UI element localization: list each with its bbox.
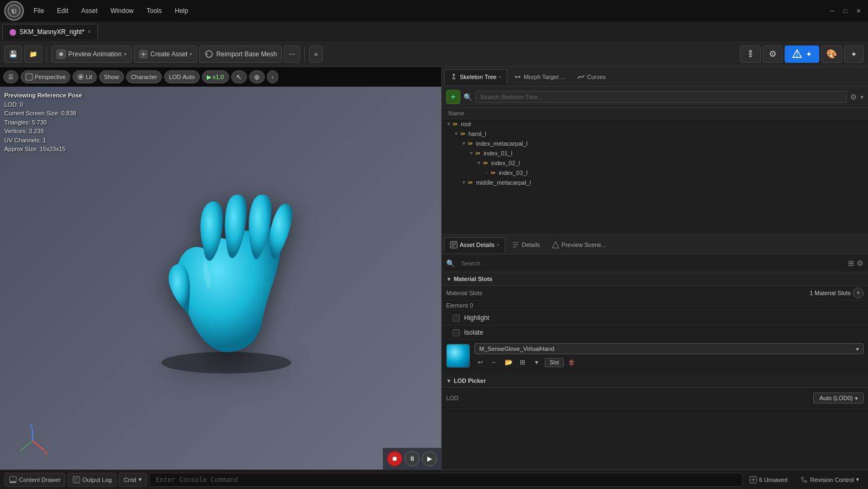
settings-icon-button[interactable]: ⚙ xyxy=(763,45,782,63)
menu-edit[interactable]: Edit xyxy=(51,5,74,17)
menu-tools[interactable]: Tools xyxy=(141,5,167,17)
more-options-button[interactable]: ⋯ xyxy=(284,45,300,63)
info-line-5: Vertices: 3.239 xyxy=(4,127,82,136)
table-view-icon[interactable]: ⊞ xyxy=(848,259,854,268)
bone-hand-l[interactable]: ▼ hand_l xyxy=(442,129,868,139)
record-button[interactable]: ⏺ xyxy=(387,451,402,466)
more-actions-chevron[interactable]: ▾ xyxy=(531,356,543,368)
minimize-button[interactable]: ─ xyxy=(827,5,838,16)
cmd-button[interactable]: Cmd ▾ xyxy=(119,473,146,487)
maximize-button[interactable]: □ xyxy=(840,5,851,16)
viewport-content[interactable]: Previewing Reference Pose LOD: 0 Current… xyxy=(0,87,441,470)
tab-skeleton-tree[interactable]: Skeleton Tree × xyxy=(444,69,507,84)
tab-skm-mannyrx[interactable]: ⬤ SKM_MannyXR_right* × xyxy=(2,24,98,39)
material-slots-header[interactable]: ▼ Material Slots xyxy=(442,272,868,286)
extend-button[interactable]: » xyxy=(309,45,323,63)
skeleton-search-input[interactable] xyxy=(475,91,847,103)
preview-animation-button[interactable]: Preview Animation ▾ xyxy=(51,45,132,63)
menu-bar: File Edit Asset Window Tools Help xyxy=(28,5,823,17)
content-drawer-button[interactable]: Content Drawer xyxy=(4,473,66,487)
character-button[interactable]: Character xyxy=(126,70,162,83)
bone-root-label: root xyxy=(461,121,471,127)
tab-curves[interactable]: Curves xyxy=(572,69,611,84)
curves-tab-label: Curves xyxy=(587,74,606,80)
material-name: M_SenseGlove_VirtualHand xyxy=(479,345,554,352)
bone-root[interactable]: ▼ root xyxy=(442,119,868,129)
lit-button[interactable]: Lit xyxy=(73,70,97,83)
revision-control-icon xyxy=(800,476,808,484)
perspective-button[interactable]: Perspective xyxy=(21,70,70,83)
asset-settings-icon[interactable]: ⚙ xyxy=(857,259,864,268)
hamburger-menu-button[interactable]: ☰ xyxy=(3,70,18,83)
crosshair-button[interactable]: ⊕ xyxy=(249,70,265,83)
bone-index-01[interactable]: ▼ index_01_l xyxy=(442,148,868,158)
lod-picker-arrow-icon: ▼ xyxy=(446,378,452,384)
show-button[interactable]: Show xyxy=(99,70,124,83)
svg-text:X: X xyxy=(44,450,48,455)
material-dropdown[interactable]: M_SenseGlove_VirtualHand ▾ xyxy=(474,343,864,354)
close-button[interactable]: ✕ xyxy=(853,5,864,16)
asset-search-input[interactable] xyxy=(457,258,846,269)
edit-star-button[interactable]: ✦ xyxy=(844,45,864,63)
lod-button[interactable]: LOD Auto xyxy=(164,70,200,83)
save-button[interactable]: 💾 xyxy=(4,45,22,63)
lod-dropdown[interactable]: Auto (LOD0) ▾ xyxy=(813,393,864,403)
bone-index-02[interactable]: ▼ index_02_l xyxy=(442,158,868,168)
search-icon: 🔍 xyxy=(464,93,472,101)
browse-button[interactable]: 📁 xyxy=(24,45,42,63)
lod-picker-header[interactable]: ▼ LOD Picker xyxy=(442,374,868,388)
isolate-checkbox[interactable] xyxy=(453,329,460,336)
use-asset-button[interactable]: ⊞ xyxy=(517,356,528,368)
highlight-checkbox[interactable] xyxy=(453,315,460,322)
index-01-arrow-icon: ▼ xyxy=(469,151,474,156)
play-button[interactable]: ▶ x1,0 xyxy=(202,70,229,83)
forward-button[interactable]: ▶ xyxy=(422,451,437,466)
skeleton-tree-tab-label: Skeleton Tree xyxy=(460,74,497,80)
svg-point-12 xyxy=(161,351,291,373)
bone-index-metacarpal[interactable]: ▼ index_metacarpal_l xyxy=(442,139,868,148)
browse-asset-button[interactable]: 📂 xyxy=(502,356,514,368)
asset-details-panel: Asset Details × Details Preview Scene... xyxy=(442,235,868,470)
skeleton-tree-close-button[interactable]: × xyxy=(499,74,501,80)
more-icon: ⋯ xyxy=(289,50,295,58)
paint-icon-button[interactable]: 🎨 xyxy=(821,45,842,63)
bone-index-03[interactable]: ▼ index_03_l xyxy=(442,168,868,178)
revision-control-button[interactable]: Revision Control ▾ xyxy=(796,474,864,486)
mesh-icon-button[interactable]: ✦ xyxy=(785,45,819,63)
bone-icon-index-meta xyxy=(467,140,474,147)
add-slot-button[interactable]: + xyxy=(853,288,864,298)
revision-control-label: Revision Control xyxy=(810,477,854,483)
skeleton-chevron-icon[interactable]: ▾ xyxy=(860,94,864,101)
create-asset-button[interactable]: Create Asset ▾ xyxy=(134,45,198,63)
reimport-button[interactable]: Reimport Base Mesh xyxy=(199,45,282,63)
skeleton-icon-button[interactable] xyxy=(740,45,761,63)
tab-preview-scene[interactable]: Preview Scene... xyxy=(546,237,612,252)
menu-file[interactable]: File xyxy=(28,5,49,17)
navigate-back-button[interactable]: ← xyxy=(488,356,500,368)
menu-help[interactable]: Help xyxy=(169,5,194,17)
title-bar: U File Edit Asset Window Tools Help ─ □ … xyxy=(0,0,868,22)
slot-button[interactable]: Slot xyxy=(545,358,564,367)
unsaved-button[interactable]: 6 Unsaved xyxy=(745,474,792,486)
delete-slot-button[interactable]: 🗑 xyxy=(566,356,578,368)
settings-icon: ⚙ xyxy=(769,49,776,59)
asset-details-close-button[interactable]: × xyxy=(497,242,499,247)
ue-logo: U xyxy=(4,1,24,21)
menu-window[interactable]: Window xyxy=(105,5,139,17)
output-log-button[interactable]: Output Log xyxy=(68,473,116,487)
preview-scene-icon xyxy=(552,241,559,249)
add-bone-button[interactable]: + xyxy=(446,90,460,104)
pause-button[interactable]: ⏸ xyxy=(404,451,420,466)
more-viewport-button[interactable]: › xyxy=(267,70,279,83)
undo-button[interactable]: ↩ xyxy=(474,356,486,368)
tab-close-button[interactable]: × xyxy=(88,29,91,35)
tab-morph-target[interactable]: Morph Target ... xyxy=(508,69,571,84)
cursor-button[interactable]: ↖ xyxy=(231,70,247,83)
console-input[interactable] xyxy=(149,473,743,487)
highlight-row: Highlight xyxy=(442,311,868,325)
tab-asset-details[interactable]: Asset Details × xyxy=(444,237,505,252)
tab-details[interactable]: Details xyxy=(506,237,545,252)
menu-asset[interactable]: Asset xyxy=(76,5,103,17)
bone-middle-metacarpal[interactable]: ▼ middle_metacarpal_l xyxy=(442,178,868,187)
skeleton-settings-icon[interactable]: ⚙ xyxy=(850,93,857,101)
